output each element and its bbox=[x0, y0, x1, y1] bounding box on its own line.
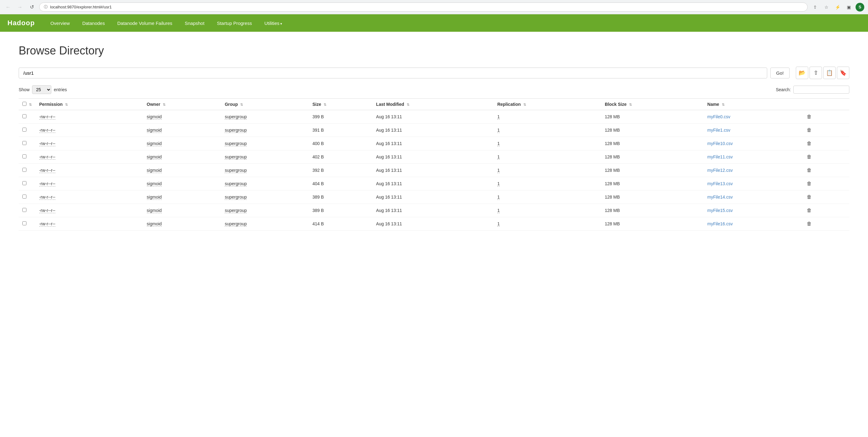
cell-group: supergroup bbox=[221, 191, 309, 204]
cell-delete: 🗑 bbox=[801, 191, 849, 204]
nav-item-datanodes[interactable]: Datanodes bbox=[76, 15, 111, 31]
nav-item-startup-progress[interactable]: Startup Progress bbox=[211, 15, 258, 31]
cell-last-modified: Aug 16 13:11 bbox=[372, 123, 494, 137]
cell-block-size: 128 MB bbox=[601, 177, 704, 191]
cell-permission: -rw-r--r-- bbox=[35, 137, 143, 150]
cell-owner: sigmoid bbox=[143, 217, 221, 231]
bookmark-button[interactable]: ☆ bbox=[822, 3, 831, 11]
nav-item-utilities[interactable]: Utilities bbox=[258, 15, 288, 31]
replication-link[interactable]: 1 bbox=[497, 127, 500, 133]
nav-link-datanodes[interactable]: Datanodes bbox=[76, 15, 111, 31]
nav-item-snapshot[interactable]: Snapshot bbox=[179, 15, 211, 31]
row-checkbox-1[interactable] bbox=[22, 127, 26, 132]
profile-button[interactable]: S bbox=[856, 3, 864, 11]
file-link[interactable]: myFile15.csv bbox=[708, 208, 733, 213]
nav-link-volume-failures[interactable]: Datanode Volume Failures bbox=[111, 15, 179, 31]
reload-button[interactable]: ↺ bbox=[27, 3, 36, 11]
row-checkbox-cell bbox=[19, 164, 35, 177]
nav-item-volume-failures[interactable]: Datanode Volume Failures bbox=[111, 15, 179, 31]
sort-icon-name: ⇅ bbox=[722, 103, 724, 107]
th-group[interactable]: Group ⇅ bbox=[221, 99, 309, 110]
go-button[interactable]: Go! bbox=[770, 67, 789, 79]
delete-button[interactable]: 🗑 bbox=[805, 140, 813, 147]
cell-name: myFile1.csv bbox=[704, 123, 801, 137]
replication-link[interactable]: 1 bbox=[497, 195, 500, 200]
nav-link-snapshot[interactable]: Snapshot bbox=[179, 15, 211, 31]
file-link[interactable]: myFile11.csv bbox=[708, 154, 733, 159]
cell-last-modified: Aug 16 13:11 bbox=[372, 110, 494, 123]
nav-link-overview[interactable]: Overview bbox=[44, 15, 76, 31]
delete-button[interactable]: 🗑 bbox=[805, 167, 813, 174]
nav-link-startup-progress[interactable]: Startup Progress bbox=[211, 15, 258, 31]
window-button[interactable]: ▣ bbox=[844, 3, 853, 11]
row-checkbox-8[interactable] bbox=[22, 221, 26, 225]
sort-icon-last-modified: ⇅ bbox=[407, 103, 409, 107]
cell-size: 391 B bbox=[309, 123, 372, 137]
th-last-modified[interactable]: Last Modified ⇅ bbox=[372, 99, 494, 110]
cell-delete: 🗑 bbox=[801, 137, 849, 150]
replication-link[interactable]: 1 bbox=[497, 181, 500, 186]
forward-button[interactable]: → bbox=[16, 3, 24, 11]
entries-select[interactable]: 10 25 50 100 bbox=[32, 85, 51, 94]
delete-button[interactable]: 🗑 bbox=[805, 127, 813, 134]
th-select-all: ⇅ bbox=[19, 99, 35, 110]
navbar-nav: Overview Datanodes Datanode Volume Failu… bbox=[44, 15, 288, 31]
file-link[interactable]: myFile12.csv bbox=[708, 168, 733, 173]
cell-owner: sigmoid bbox=[143, 123, 221, 137]
cell-delete: 🗑 bbox=[801, 164, 849, 177]
file-link[interactable]: myFile1.csv bbox=[708, 127, 731, 133]
sort-icon-replication: ⇅ bbox=[523, 103, 526, 107]
file-link[interactable]: myFile14.csv bbox=[708, 195, 733, 200]
share-button[interactable]: ⇧ bbox=[811, 3, 819, 11]
cell-owner: sigmoid bbox=[143, 191, 221, 204]
cell-group: supergroup bbox=[221, 217, 309, 231]
delete-button[interactable]: 🗑 bbox=[805, 153, 813, 160]
row-checkbox-3[interactable] bbox=[22, 154, 26, 158]
search-input[interactable] bbox=[793, 86, 849, 94]
nav-link-utilities[interactable]: Utilities bbox=[258, 15, 288, 31]
cell-last-modified: Aug 16 13:11 bbox=[372, 177, 494, 191]
upload-button[interactable]: ⇧ bbox=[809, 67, 822, 79]
select-all-checkbox[interactable] bbox=[22, 102, 26, 106]
row-checkbox-0[interactable] bbox=[22, 114, 26, 118]
nav-item-overview[interactable]: Overview bbox=[44, 15, 76, 31]
cell-size: 389 B bbox=[309, 191, 372, 204]
file-link[interactable]: myFile16.csv bbox=[708, 221, 733, 226]
cell-owner: sigmoid bbox=[143, 177, 221, 191]
replication-link[interactable]: 1 bbox=[497, 114, 500, 119]
delete-button[interactable]: 🗑 bbox=[805, 221, 813, 227]
delete-button[interactable]: 🗑 bbox=[805, 113, 813, 120]
th-size[interactable]: Size ⇅ bbox=[309, 99, 372, 110]
row-checkbox-2[interactable] bbox=[22, 141, 26, 145]
document-button[interactable]: 📋 bbox=[823, 67, 836, 79]
replication-link[interactable]: 1 bbox=[497, 168, 500, 173]
cell-replication: 1 bbox=[493, 110, 601, 123]
tag-button[interactable]: 🔖 bbox=[837, 67, 849, 79]
th-owner[interactable]: Owner ⇅ bbox=[143, 99, 221, 110]
back-button[interactable]: ← bbox=[4, 3, 12, 11]
file-link[interactable]: myFile10.csv bbox=[708, 141, 733, 146]
replication-link[interactable]: 1 bbox=[497, 154, 500, 160]
extension-button[interactable]: ⚡ bbox=[833, 3, 842, 11]
th-permission[interactable]: Permission ⇅ bbox=[35, 99, 143, 110]
row-checkbox-4[interactable] bbox=[22, 168, 26, 172]
folder-button[interactable]: 📂 bbox=[796, 67, 808, 79]
directory-input[interactable] bbox=[19, 67, 767, 79]
delete-button[interactable]: 🗑 bbox=[805, 180, 813, 187]
row-checkbox-6[interactable] bbox=[22, 195, 26, 199]
replication-link[interactable]: 1 bbox=[497, 221, 500, 227]
th-replication[interactable]: Replication ⇅ bbox=[493, 99, 601, 110]
file-link[interactable]: myFile13.csv bbox=[708, 181, 733, 186]
replication-link[interactable]: 1 bbox=[497, 208, 500, 213]
delete-button[interactable]: 🗑 bbox=[805, 194, 813, 200]
row-checkbox-7[interactable] bbox=[22, 208, 26, 212]
row-checkbox-5[interactable] bbox=[22, 181, 26, 185]
table-row: -rw-r--r-- sigmoid supergroup 399 B Aug … bbox=[19, 110, 849, 123]
delete-button[interactable]: 🗑 bbox=[805, 207, 813, 214]
replication-link[interactable]: 1 bbox=[497, 141, 500, 146]
file-link[interactable]: myFile0.csv bbox=[708, 114, 731, 119]
action-buttons: 📂 ⇧ 📋 🔖 bbox=[796, 67, 849, 79]
th-block-size[interactable]: Block Size ⇅ bbox=[601, 99, 704, 110]
th-name[interactable]: Name ⇅ bbox=[704, 99, 801, 110]
files-table: ⇅ Permission ⇅ Owner ⇅ Group ⇅ Size ⇅ bbox=[19, 98, 849, 231]
